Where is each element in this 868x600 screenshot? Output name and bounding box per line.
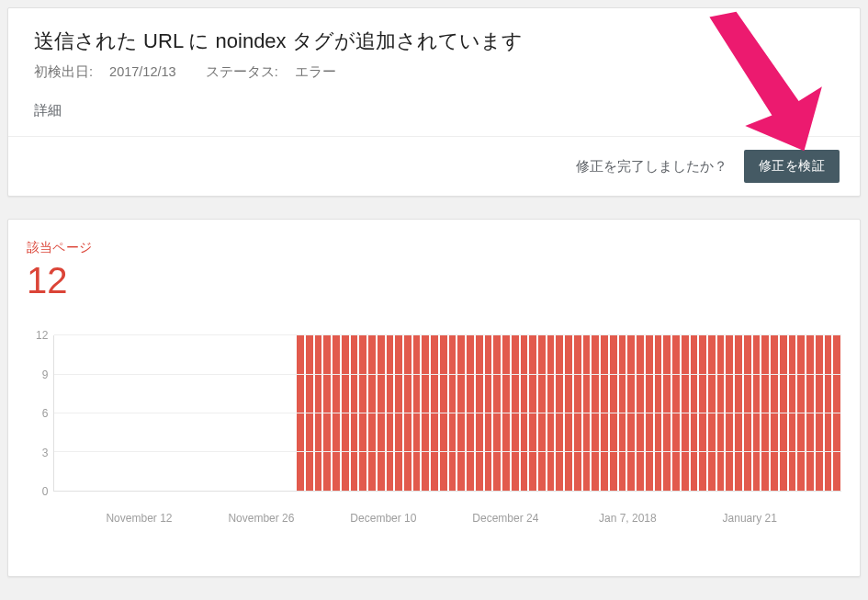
bar <box>672 335 680 491</box>
bar <box>574 335 581 491</box>
chart-label: 該当ページ <box>27 240 841 256</box>
action-bar: 修正を完了しましたか？ 修正を検証 <box>8 136 860 196</box>
gridline <box>54 413 841 413</box>
details-link[interactable]: 詳細 <box>8 85 860 136</box>
bar <box>691 335 698 491</box>
first-detected: 初検出日: 2017/12/13 <box>34 64 193 79</box>
bar <box>493 335 501 491</box>
bar <box>395 335 402 491</box>
gridline <box>54 374 841 375</box>
bar <box>825 335 832 491</box>
bar <box>306 335 313 491</box>
bar <box>619 335 626 491</box>
bar <box>521 335 528 491</box>
bar <box>789 335 796 491</box>
bar <box>726 335 733 491</box>
bar <box>592 335 599 491</box>
bar <box>753 335 761 491</box>
bar <box>351 335 358 491</box>
x-tick: November 12 <box>106 512 172 525</box>
y-tick: 0 <box>42 485 49 498</box>
chart-body: 129630 <box>27 335 841 504</box>
bar <box>806 335 814 491</box>
validate-prompt: 修正を完了しましたか？ <box>576 158 727 175</box>
bar <box>663 335 671 491</box>
bar <box>682 335 689 491</box>
bar <box>708 335 716 491</box>
bar <box>440 335 447 491</box>
bar <box>646 335 653 491</box>
bar <box>512 335 519 491</box>
bar <box>744 335 751 491</box>
bar <box>717 335 725 491</box>
bar <box>627 335 635 491</box>
bar <box>387 335 394 491</box>
bar <box>368 335 376 491</box>
x-tick: November 26 <box>228 512 294 525</box>
issue-summary-card: 送信された URL に noindex タグが追加されています 初検出日: 20… <box>7 7 861 197</box>
status-label: ステータス: <box>206 64 278 79</box>
x-tick: December 10 <box>350 512 416 525</box>
x-tick: Jan 7, 2018 <box>599 512 657 525</box>
bar <box>538 335 546 491</box>
bars-container <box>54 335 841 491</box>
bar <box>342 335 349 491</box>
gridline <box>54 334 841 335</box>
status-value: エラー <box>295 64 336 79</box>
bar <box>315 335 322 491</box>
y-tick: 3 <box>42 447 49 459</box>
bar <box>359 335 366 491</box>
bar <box>771 335 778 491</box>
bar <box>467 335 474 491</box>
x-ticks: November 12November 26December 10Decembe… <box>78 512 841 528</box>
chart-count: 12 <box>27 258 841 302</box>
x-axis: November 12November 26December 10Decembe… <box>52 512 841 528</box>
bar <box>457 335 465 491</box>
bar <box>297 335 304 491</box>
bar <box>833 335 840 491</box>
bar <box>323 335 331 491</box>
bar <box>556 335 563 491</box>
x-tick: December 24 <box>472 512 538 525</box>
issue-header: 送信された URL に noindex タグが追加されています 初検出日: 20… <box>8 8 860 85</box>
y-tick: 12 <box>36 329 48 342</box>
issue-title: 送信された URL に noindex タグが追加されています <box>34 28 834 55</box>
bar <box>699 335 706 491</box>
bar <box>735 335 742 491</box>
affected-pages-card: 該当ページ 12 129630 November 12November 26De… <box>7 219 861 577</box>
bar <box>547 335 555 491</box>
bar <box>449 335 457 491</box>
status: ステータス: エラー <box>206 64 349 79</box>
bar <box>485 335 492 491</box>
gridline <box>54 451 841 452</box>
bar <box>780 335 787 491</box>
bar <box>583 335 591 491</box>
bar <box>502 335 510 491</box>
y-tick: 9 <box>42 368 49 381</box>
bar <box>816 335 823 491</box>
bar <box>601 335 608 491</box>
bar <box>413 335 421 491</box>
bar <box>333 335 340 491</box>
y-tick: 6 <box>42 407 49 420</box>
bar <box>655 335 662 491</box>
bar <box>610 335 617 491</box>
y-axis: 129630 <box>36 329 53 498</box>
bar <box>761 335 769 491</box>
bar <box>529 335 536 491</box>
x-tick: January 21 <box>723 512 777 525</box>
bar <box>637 335 644 491</box>
bar <box>422 335 429 491</box>
bar <box>404 335 411 491</box>
bar <box>797 335 805 491</box>
validate-fix-button[interactable]: 修正を検証 <box>744 150 840 183</box>
bar <box>431 335 438 491</box>
issue-meta: 初検出日: 2017/12/13 ステータス: エラー <box>34 62 834 83</box>
bar <box>378 335 385 491</box>
bar <box>565 335 572 491</box>
first-detected-label: 初検出日: <box>34 64 93 79</box>
bar <box>476 335 483 491</box>
first-detected-value: 2017/12/13 <box>109 64 176 79</box>
plot-area <box>53 335 841 492</box>
